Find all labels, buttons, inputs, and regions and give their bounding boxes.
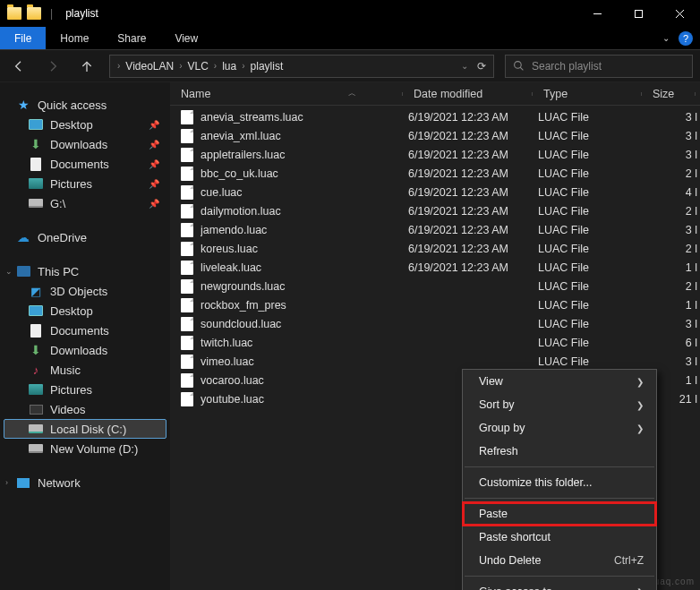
file-size: 2 l <box>647 243 697 255</box>
chevron-down-icon[interactable]: ⌄ <box>662 33 670 43</box>
table-row[interactable]: bbc_co_uk.luac6/19/2021 12:23 AMLUAC Fil… <box>170 164 700 183</box>
table-row[interactable]: twitch.luacLUAC File6 l <box>170 333 700 352</box>
table-row[interactable]: koreus.luac6/19/2021 12:23 AMLUAC File2 … <box>170 239 700 258</box>
sidebar-item-this-pc[interactable]: ⌄This PC <box>4 261 166 281</box>
refresh-icon[interactable]: ⟳ <box>477 60 486 73</box>
close-button[interactable] <box>659 0 700 27</box>
sidebar-item-label: Videos <box>50 403 86 416</box>
menu-sort-by[interactable]: Sort by❯ <box>463 393 656 416</box>
sidebar-item-local-disk-c[interactable]: Local Disk (C:) <box>4 419 166 439</box>
svg-rect-1 <box>635 10 642 17</box>
chevron-down-icon[interactable]: ⌄ <box>5 267 13 276</box>
sidebar-item-3d-objects[interactable]: ◩3D Objects <box>4 281 166 301</box>
content-pane[interactable]: Name︿ Date modified Type Size anevia_str… <box>170 82 700 590</box>
column-size[interactable]: Size <box>642 88 696 100</box>
table-row[interactable]: dailymotion.luac6/19/2021 12:23 AMLUAC F… <box>170 201 700 220</box>
breadcrumb[interactable]: lua <box>217 60 242 73</box>
menu-group-by[interactable]: Group by❯ <box>463 416 656 440</box>
file-name: youtube.luac <box>201 393 408 406</box>
sidebar-item-downloads[interactable]: ⬇Downloads📌 <box>4 134 166 154</box>
back-button[interactable] <box>7 55 30 78</box>
menu-label: Group by <box>479 422 525 434</box>
sidebar-item-quick-access[interactable]: ★Quick access <box>4 95 166 115</box>
table-row[interactable]: appletrailers.luac6/19/2021 12:23 AMLUAC… <box>170 145 700 164</box>
address-bar[interactable]: › VideoLAN › VLC › lua › playlist ⌄ ⟳ <box>109 55 494 78</box>
table-row[interactable]: cue.luac6/19/2021 12:23 AMLUAC File4 l <box>170 183 700 201</box>
sidebar-item-label: Desktop <box>50 118 93 132</box>
table-row[interactable]: jamendo.luac6/19/2021 12:23 AMLUAC File3… <box>170 220 700 239</box>
column-date[interactable]: Date modified <box>403 88 533 100</box>
sidebar-item-network[interactable]: ›Network <box>4 473 166 492</box>
menu-give-access-to[interactable]: Give access to❯ <box>463 580 656 590</box>
table-row[interactable]: rockbox_fm_presLUAC File1 l <box>170 295 700 314</box>
sidebar-item-documents[interactable]: Documents <box>4 321 166 340</box>
menu-refresh[interactable]: Refresh <box>463 440 656 463</box>
view-tab[interactable]: View <box>160 27 212 49</box>
sidebar-item-label: Quick access <box>38 98 107 112</box>
sidebar-item-music[interactable]: ♪Music <box>4 360 166 380</box>
menu-paste[interactable]: Paste <box>463 502 656 526</box>
pictures-icon <box>29 178 43 189</box>
sidebar-item-videos[interactable]: Videos <box>4 399 166 419</box>
drive-icon <box>29 444 43 453</box>
file-icon <box>181 204 193 218</box>
table-row[interactable]: liveleak.luac6/19/2021 12:23 AMLUAC File… <box>170 258 700 277</box>
menu-view[interactable]: View❯ <box>463 370 656 393</box>
minimize-button[interactable] <box>576 0 618 27</box>
file-tab[interactable]: File <box>0 27 46 49</box>
document-icon <box>30 158 41 171</box>
column-name[interactable]: Name︿ <box>170 88 403 100</box>
sidebar-item-pictures[interactable]: Pictures <box>4 380 166 399</box>
sidebar-item-label: New Volume (D:) <box>50 442 138 456</box>
file-name: vimeo.luac <box>201 355 408 368</box>
sidebar-item-volume-d[interactable]: New Volume (D:) <box>4 439 166 458</box>
sidebar-item-desktop[interactable]: Desktop📌 <box>4 115 166 134</box>
breadcrumb[interactable]: VideoLAN <box>120 60 179 73</box>
column-type[interactable]: Type <box>533 88 642 100</box>
file-icon <box>181 148 193 162</box>
table-row[interactable]: newgrounds.luacLUAC File2 l <box>170 277 700 295</box>
folder-icon <box>7 7 21 20</box>
sidebar-item-drive-g[interactable]: G:\📌 <box>4 193 166 213</box>
table-row[interactable]: vimeo.luacLUAC File3 l <box>170 352 700 371</box>
file-size: 6 l <box>647 337 697 349</box>
forward-button[interactable] <box>41 55 64 78</box>
sidebar-item-desktop[interactable]: Desktop <box>4 301 166 321</box>
file-icon <box>181 279 193 294</box>
menu-label: Sort by <box>479 398 515 411</box>
chevron-down-icon[interactable]: ⌄ <box>461 61 468 71</box>
table-row[interactable]: anevia_streams.luac6/19/2021 12:23 AMLUA… <box>170 107 700 126</box>
table-row[interactable]: anevia_xml.luac6/19/2021 12:23 AMLUAC Fi… <box>170 126 700 145</box>
file-type: LUAC File <box>538 167 647 180</box>
file-icon <box>181 167 193 181</box>
search-input[interactable]: Search playlist <box>505 55 693 78</box>
pin-icon: 📌 <box>149 140 159 150</box>
pc-icon <box>17 266 30 277</box>
folder-icon <box>27 7 41 20</box>
file-name: vocaroo.luac <box>201 374 408 387</box>
menu-customize-folder[interactable]: Customize this folder... <box>463 471 656 494</box>
file-type: LUAC File <box>538 111 647 124</box>
file-name: jamendo.luac <box>201 224 408 236</box>
sidebar-item-label: This PC <box>38 265 79 278</box>
maximize-button[interactable] <box>618 0 659 27</box>
sidebar-item-onedrive[interactable]: ☁OneDrive <box>4 227 166 247</box>
chevron-right-icon[interactable]: › <box>5 478 8 487</box>
breadcrumb[interactable]: VLC <box>183 60 214 73</box>
up-button[interactable] <box>75 55 98 78</box>
desktop-icon <box>29 305 43 316</box>
file-name: appletrailers.luac <box>201 149 408 161</box>
sidebar-item-documents[interactable]: Documents📌 <box>4 154 166 174</box>
sidebar-item-downloads[interactable]: ⬇Downloads <box>4 340 166 360</box>
menu-undo-delete[interactable]: Undo DeleteCtrl+Z <box>463 549 656 572</box>
chevron-right-icon: ❯ <box>636 400 644 410</box>
ribbon: File Home Share View ⌄ ? <box>0 27 700 50</box>
share-tab[interactable]: Share <box>103 27 160 49</box>
home-tab[interactable]: Home <box>46 27 103 49</box>
table-row[interactable]: soundcloud.luacLUAC File3 l <box>170 314 700 333</box>
sidebar-item-pictures[interactable]: Pictures📌 <box>4 174 166 193</box>
file-type: LUAC File <box>538 355 647 368</box>
help-icon[interactable]: ? <box>679 31 693 46</box>
breadcrumb[interactable]: playlist <box>245 60 289 73</box>
menu-paste-shortcut[interactable]: Paste shortcut <box>463 526 656 549</box>
